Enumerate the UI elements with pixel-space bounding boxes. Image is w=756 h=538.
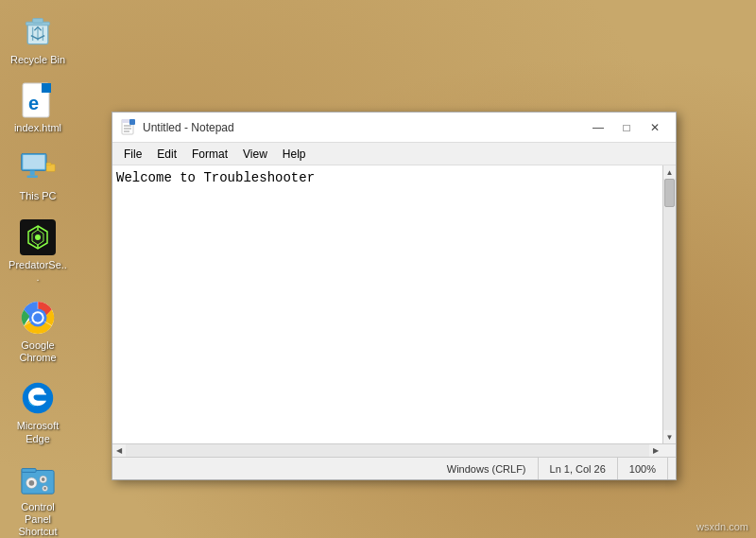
notepad-icon bbox=[120, 119, 137, 136]
predator-icon-bg bbox=[20, 219, 56, 255]
recycle-bin-svg bbox=[21, 15, 55, 49]
scroll-corner bbox=[662, 444, 676, 458]
menu-edit[interactable]: Edit bbox=[149, 146, 184, 163]
index-html-icon[interactable]: e index.html bbox=[4, 78, 72, 138]
zoom-text: 100% bbox=[629, 463, 656, 475]
svg-text:e: e bbox=[28, 93, 39, 113]
index-html-label: index.html bbox=[14, 122, 61, 134]
menu-file[interactable]: File bbox=[116, 146, 149, 163]
predator-sense-label: PredatorSe... bbox=[8, 259, 68, 284]
this-pc-icon[interactable]: This PC bbox=[4, 146, 72, 206]
recycle-bin-label: Recycle Bin bbox=[10, 54, 65, 66]
microsoft-edge-label: Microsoft Edge bbox=[8, 420, 68, 444]
watermark-text: wsxdn.com bbox=[696, 521, 748, 532]
notepad-textarea[interactable]: Welcome to Troubleshooter bbox=[112, 165, 662, 443]
scroll-down-arrow[interactable]: ▼ bbox=[663, 430, 677, 443]
svg-point-33 bbox=[42, 477, 45, 481]
notepad-scrollbar-horizontal[interactable]: ◀ ▶ bbox=[112, 443, 676, 457]
this-pc-svg bbox=[20, 153, 56, 183]
scroll-right-arrow[interactable]: ▶ bbox=[649, 444, 662, 458]
index-html-svg: e bbox=[21, 81, 55, 119]
control-panel-label: Control Panel Shortcut bbox=[8, 501, 68, 538]
menu-format[interactable]: Format bbox=[184, 146, 235, 163]
control-panel-svg bbox=[20, 461, 56, 497]
chrome-svg bbox=[20, 300, 56, 336]
recycle-bin-icon[interactable]: Recycle Bin bbox=[4, 9, 72, 70]
notepad-title: Untitled - Notepad bbox=[143, 121, 585, 134]
svg-rect-13 bbox=[46, 165, 55, 171]
scroll-up-arrow[interactable]: ▲ bbox=[663, 165, 677, 179]
predator-sense-icon[interactable]: PredatorSe... bbox=[4, 215, 72, 287]
desktop: Recycle Bin e index.html bbox=[0, 0, 756, 538]
this-pc-label: This PC bbox=[19, 190, 56, 202]
svg-rect-29 bbox=[22, 468, 36, 472]
notepad-titlebar: Untitled - Notepad — □ ✕ bbox=[112, 113, 676, 143]
encoding-text: Windows (CRLF) bbox=[447, 463, 526, 475]
titlebar-buttons: — □ ✕ bbox=[585, 118, 668, 137]
microsoft-edge-icon[interactable]: Microsoft Edge bbox=[4, 375, 72, 448]
google-chrome-icon[interactable]: Google Chrome bbox=[4, 295, 72, 368]
desktop-icons: Recycle Bin e index.html bbox=[0, 0, 76, 538]
svg-rect-2 bbox=[33, 19, 43, 24]
svg-point-23 bbox=[33, 313, 43, 322]
notepad-textarea-wrapper: Welcome to Troubleshooter bbox=[112, 165, 662, 443]
svg-rect-14 bbox=[46, 164, 51, 165]
menu-view[interactable]: View bbox=[235, 146, 275, 163]
svg-rect-7 bbox=[42, 83, 51, 93]
notepad-statusbar: Windows (CRLF) Ln 1, Col 26 100% bbox=[112, 457, 676, 479]
status-encoding: Windows (CRLF) bbox=[436, 458, 539, 479]
google-chrome-label: Google Chrome bbox=[8, 339, 68, 364]
svg-point-17 bbox=[35, 234, 41, 240]
scroll-thumb-vertical[interactable] bbox=[664, 179, 675, 207]
menu-help[interactable]: Help bbox=[275, 146, 314, 163]
svg-rect-41 bbox=[129, 119, 135, 125]
status-zoom: 100% bbox=[618, 458, 668, 479]
svg-point-35 bbox=[43, 487, 46, 490]
scroll-track-horizontal[interactable] bbox=[126, 444, 649, 457]
scroll-track-vertical[interactable] bbox=[663, 179, 676, 430]
edge-svg bbox=[21, 381, 55, 415]
maximize-button[interactable]: □ bbox=[613, 118, 640, 137]
close-button[interactable]: ✕ bbox=[642, 118, 668, 137]
control-panel-icon[interactable]: Control Panel Shortcut bbox=[4, 457, 72, 538]
notepad-scrollbar-vertical[interactable]: ▲ ▼ bbox=[662, 165, 676, 443]
watermark: wsxdn.com bbox=[696, 521, 748, 532]
svg-point-27 bbox=[23, 383, 53, 413]
svg-rect-12 bbox=[26, 176, 38, 178]
predator-logo-svg bbox=[25, 224, 51, 251]
notepad-menubar: File Edit Format View Help bbox=[112, 143, 676, 165]
svg-rect-11 bbox=[30, 171, 35, 176]
minimize-button[interactable]: — bbox=[585, 118, 611, 137]
line-col-text: Ln 1, Col 26 bbox=[550, 463, 606, 475]
status-line-col: Ln 1, Col 26 bbox=[539, 458, 618, 479]
notepad-content-area: Welcome to Troubleshooter ▲ ▼ bbox=[112, 165, 676, 443]
svg-rect-10 bbox=[23, 155, 44, 169]
notepad-window: Untitled - Notepad — □ ✕ File Edit Forma… bbox=[112, 112, 677, 480]
scroll-left-arrow[interactable]: ◀ bbox=[112, 444, 126, 458]
svg-point-31 bbox=[29, 480, 35, 486]
